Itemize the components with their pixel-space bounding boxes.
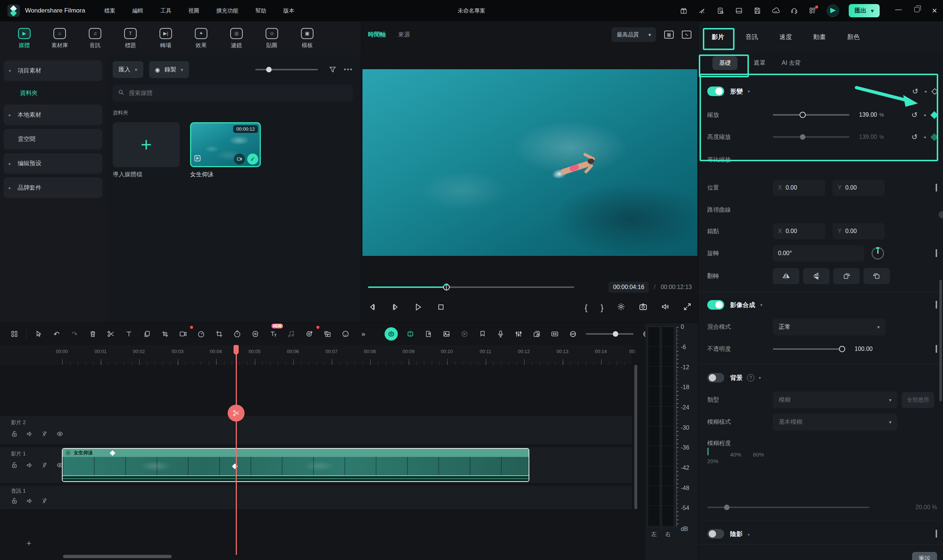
scale-reset-icon[interactable]: ↺ <box>911 111 918 119</box>
scale-slider[interactable] <box>773 114 849 115</box>
undo-icon[interactable]: ↶ <box>48 326 66 341</box>
tab-media[interactable]: ▶媒體 <box>8 28 40 49</box>
blur-preset-40[interactable]: 40% <box>730 448 741 464</box>
rotate-cw-button[interactable] <box>833 268 860 284</box>
tab-effects[interactable]: ✦效果 <box>185 28 217 49</box>
collapse-caret-icon[interactable]: ▴ <box>748 532 750 536</box>
scopes-icon[interactable]: ∿ <box>682 31 692 38</box>
record-button[interactable]: ◉錄製▾ <box>149 61 190 78</box>
media-clip-item[interactable]: 00:00:12 ✓ 女生仰泳 <box>190 122 257 178</box>
timeline-zoom-slider[interactable] <box>586 333 633 335</box>
tab-animation[interactable]: 動畫 <box>814 33 826 41</box>
rotate-keyframe-diamond-icon[interactable] <box>935 249 937 257</box>
crop-icon[interactable] <box>210 326 228 341</box>
export-frame-icon[interactable] <box>438 326 456 341</box>
mute-speaker-icon[interactable] <box>661 302 670 313</box>
help-icon[interactable]: ? <box>747 374 754 382</box>
caret-down-icon[interactable]: ▾ <box>9 68 13 73</box>
scale-keyframe-diamond-icon[interactable] <box>931 111 938 118</box>
compositing-toggle[interactable] <box>707 300 724 310</box>
slider-knob[interactable] <box>800 112 806 118</box>
timeline-clip-swimmer[interactable]: 女生仰泳 <box>62 448 529 482</box>
cloud-upload-icon[interactable] <box>771 6 780 15</box>
mixer-icon[interactable] <box>510 326 528 341</box>
ai-text-to-video-icon[interactable] <box>318 326 336 341</box>
export-clip-icon[interactable] <box>419 326 438 341</box>
minimize-button[interactable]: — <box>895 6 902 16</box>
caret-right-icon[interactable]: ▸ <box>9 113 13 117</box>
scrubber-knob[interactable] <box>443 284 450 291</box>
caret-down-icon[interactable]: ▾ <box>181 67 183 72</box>
speed-clock-icon[interactable] <box>192 326 210 341</box>
caret-right-icon[interactable]: ▸ <box>9 186 13 190</box>
speaker-icon[interactable] <box>26 497 33 506</box>
snapshot-camera-icon[interactable] <box>639 302 647 313</box>
position-keyframe-diamond-icon[interactable] <box>935 184 937 191</box>
lock-icon[interactable] <box>11 497 18 506</box>
task-list-icon[interactable] <box>716 6 725 15</box>
lock-icon[interactable] <box>11 431 18 439</box>
video-viewport[interactable] <box>362 69 697 256</box>
collapse-caret-icon[interactable]: ▾ <box>760 303 763 308</box>
ai-audio-icon[interactable] <box>300 326 318 341</box>
preview-tab-timeline[interactable]: 時間軸 <box>368 31 386 38</box>
transform-keyframe-diamond-icon[interactable] <box>931 88 938 95</box>
menu-file[interactable]: 檔案 <box>104 8 115 14</box>
more-options-icon[interactable]: ••• <box>344 66 353 74</box>
apps-grid-icon[interactable] <box>808 6 817 15</box>
gift-icon[interactable] <box>679 6 688 15</box>
more-tools-icon[interactable]: » <box>354 326 373 341</box>
audio-denoise-icon[interactable] <box>246 326 264 341</box>
import-media-tile[interactable]: + 導入媒體檔 <box>113 122 180 178</box>
slider-knob[interactable] <box>613 331 618 337</box>
select-cursor-icon[interactable] <box>29 326 48 341</box>
rotate-knob[interactable] <box>872 247 884 260</box>
tab-templates[interactable]: ▣模板 <box>291 28 324 49</box>
shadow-keyframe-diamond-icon[interactable] <box>935 530 937 537</box>
rotate-field[interactable]: 0.00° <box>773 245 864 262</box>
position-x-field[interactable]: X0.00 <box>773 180 825 196</box>
sidebar-item-local-media[interactable]: ▸本地素材 <box>4 105 102 125</box>
prev-keyframe-icon[interactable]: ◂ <box>924 89 926 94</box>
search-input[interactable] <box>128 89 348 97</box>
menu-view[interactable]: 視圖 <box>188 8 199 14</box>
background-toggle[interactable] <box>707 373 724 383</box>
fit-timeline-icon[interactable] <box>546 326 564 341</box>
sidebar-item-cloud[interactable]: 雲空間 <box>4 129 102 149</box>
bg-style-dropdown[interactable]: 基本模糊▾ <box>773 414 897 431</box>
track-video2[interactable]: 影片 2 <box>0 416 632 445</box>
track-audio1[interactable]: 音訊 1 <box>0 486 632 509</box>
tab-stock[interactable]: ⌂素材庫 <box>43 28 76 49</box>
eye-icon[interactable] <box>56 431 63 439</box>
speaker-icon[interactable] <box>26 431 33 439</box>
tab-audio[interactable]: ♫音訊 <box>79 28 111 49</box>
timeline-horizontal-scrollbar[interactable] <box>63 555 172 558</box>
delete-trash-icon[interactable] <box>84 326 102 341</box>
sidebar-item-project-assets[interactable]: ▾項目素材 <box>4 60 102 81</box>
fullscreen-icon[interactable] <box>683 302 692 313</box>
collapse-caret-icon[interactable]: ▾ <box>759 375 761 380</box>
split-scissors-icon[interactable] <box>102 326 120 341</box>
export-caret-icon[interactable]: ▾ <box>871 8 874 14</box>
tab-speed[interactable]: 速度 <box>780 33 792 41</box>
mark-out-button[interactable]: } <box>601 303 603 312</box>
ai-copilot-icon[interactable] <box>385 327 398 340</box>
anchor-x-field[interactable]: X0.00 <box>773 223 825 239</box>
preview-tab-source[interactable]: 來源 <box>398 31 410 38</box>
text-based-edit-icon[interactable]: NEW <box>264 326 282 341</box>
tab-filters[interactable]: ◎濾鏡 <box>220 28 253 49</box>
quality-dropdown[interactable]: 最高品質▾ <box>612 27 656 42</box>
flip-vertical-button[interactable] <box>803 268 829 284</box>
scale-value[interactable]: 139.00 <box>859 112 877 118</box>
caret-down-icon[interactable]: ▾ <box>648 32 651 38</box>
restore-button[interactable] <box>914 7 920 12</box>
apply-all-button[interactable]: 全部應用 <box>902 392 934 408</box>
timeline-ruler[interactable]: 00:00 00:01 00:02 00:03 00:04 00:05 00:0… <box>0 345 632 365</box>
timeline-vertical-scrollbar[interactable] <box>634 365 637 509</box>
blur-preset-20[interactable]: 20% <box>707 448 718 464</box>
play-button[interactable] <box>414 303 422 313</box>
slider-knob[interactable] <box>266 67 272 72</box>
track-video1[interactable]: 影片 1 女生仰泳 <box>0 447 632 483</box>
voice-mic-icon[interactable] <box>41 431 48 439</box>
multi-view-icon[interactable]: ▦ <box>664 31 674 38</box>
